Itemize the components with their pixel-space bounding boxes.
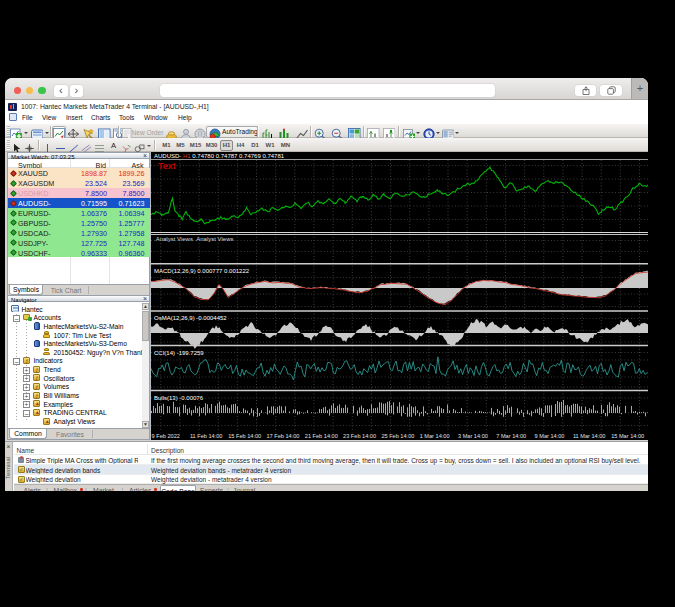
svg-text:CCI(14) -199.7259: CCI(14) -199.7259	[154, 350, 204, 356]
svg-text:Text: Text	[158, 161, 176, 171]
svg-text:1 Mar 14:00: 1 Mar 14:00	[420, 433, 450, 439]
svg-text:Bulls(13) -0.00076: Bulls(13) -0.00076	[154, 395, 204, 401]
svg-text:11 Feb 14:00: 11 Feb 14:00	[190, 433, 223, 439]
svg-text:17 Feb 14:00: 17 Feb 14:00	[267, 433, 300, 439]
svg-text:9 Feb 2022: 9 Feb 2022	[152, 433, 180, 439]
svg-text:OsMA(12,26,9) -0.0004452: OsMA(12,26,9) -0.0004452	[154, 315, 227, 321]
svg-text:23 Feb 14:00: 23 Feb 14:00	[343, 433, 376, 439]
svg-text:15 Feb 14:00: 15 Feb 14:00	[228, 433, 261, 439]
svg-text:AUDUSD-,H1 0.74780 0.74787 0.: AUDUSD-,H1 0.74780 0.74787 0.74769 0.747…	[154, 153, 285, 159]
svg-text:11 Mar 14:00: 11 Mar 14:00	[573, 433, 606, 439]
svg-text:MACD(12,26,9) 0.000777 0.00122: MACD(12,26,9) 0.000777 0.001222	[154, 268, 250, 274]
svg-text:7 Mar 14:00: 7 Mar 14:00	[496, 433, 526, 439]
svg-text:25 Feb 14:00: 25 Feb 14:00	[381, 433, 414, 439]
svg-text:9 Mar 14:00: 9 Mar 14:00	[535, 433, 565, 439]
svg-text:15 Mar 14:00: 15 Mar 14:00	[611, 433, 644, 439]
svg-text:21 Feb 14:00: 21 Feb 14:00	[305, 433, 338, 439]
svg-text:.Analyst Views .Analyst Views: .Analyst Views .Analyst Views	[154, 236, 234, 242]
svg-text:3 Mar 14:00: 3 Mar 14:00	[458, 433, 488, 439]
